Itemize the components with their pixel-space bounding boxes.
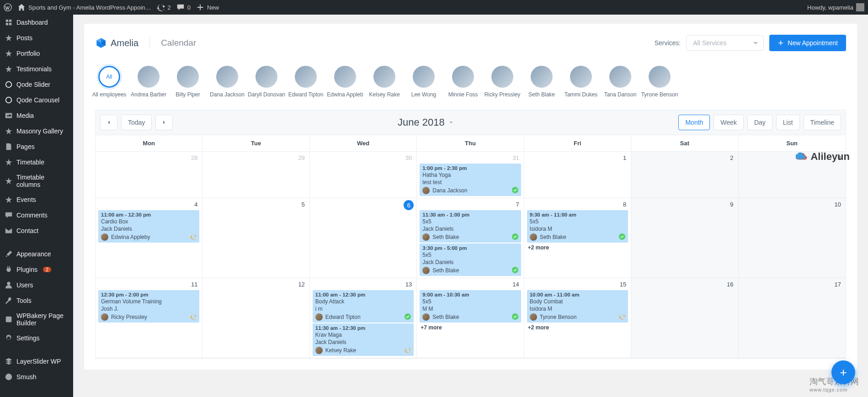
calendar-grid: MonTueWedThuFriSatSun 282930311:00 pm - … bbox=[95, 135, 846, 359]
pin-icon bbox=[5, 49, 13, 58]
appointment-event[interactable]: 11:30 am - 1:00 pm5x5Jack DanielsSeth Bl… bbox=[420, 210, 521, 243]
calendar-cell[interactable]: 2 bbox=[631, 152, 738, 198]
more-events-link[interactable]: +2 more bbox=[527, 324, 628, 331]
calendar-cell[interactable]: 89:30 am - 11:00 am5x5Isidora MSeth Blak… bbox=[524, 198, 631, 278]
calendar-cell[interactable]: 3 bbox=[739, 152, 846, 198]
view-list-button[interactable]: List bbox=[776, 115, 800, 130]
day-header: Wed bbox=[310, 135, 417, 152]
view-month-button[interactable]: Month bbox=[678, 115, 710, 130]
calendar-cell[interactable]: 12 bbox=[202, 278, 309, 358]
new-content[interactable]: New bbox=[196, 3, 219, 11]
prev-button[interactable] bbox=[100, 115, 117, 130]
sidebar-item-testimonials[interactable]: Testimonials bbox=[0, 61, 73, 77]
user-greeting[interactable]: Howdy, wpamelia bbox=[807, 3, 864, 11]
appointment-event[interactable]: 11:30 am - 12:30 pmKrav MagaJack Daniels… bbox=[313, 323, 414, 356]
services-select[interactable]: All Services bbox=[686, 35, 764, 51]
event-customer: Jack Daniels bbox=[422, 259, 518, 265]
calendar-cell[interactable]: 1112:30 pm - 2:00 pmGerman Volume Traini… bbox=[96, 278, 202, 358]
calendar-cell[interactable]: 16 bbox=[631, 278, 738, 358]
appointment-event[interactable]: 9:30 am - 11:00 am5x5Isidora MSeth Blake bbox=[527, 210, 628, 243]
sidebar-item-smush[interactable]: Smush bbox=[0, 369, 73, 385]
sidebar-item-plugins[interactable]: Plugins2 bbox=[0, 262, 73, 277]
more-events-link[interactable]: +2 more bbox=[527, 244, 628, 251]
employee-kelsey-rake[interactable]: Kelsey Rake bbox=[370, 66, 399, 98]
calendar-cell[interactable]: 1 bbox=[524, 152, 631, 198]
view-day-button[interactable]: Day bbox=[747, 115, 772, 130]
avatar bbox=[649, 66, 671, 88]
employee-edward-tipton[interactable]: Edward Tipton bbox=[292, 66, 320, 98]
next-button[interactable] bbox=[155, 115, 173, 130]
sidebar-item-events[interactable]: Events bbox=[0, 192, 73, 207]
sidebar-item-portfolio[interactable]: Portfolio bbox=[0, 46, 73, 61]
employee-andrea-barber[interactable]: Andrea Barber bbox=[134, 66, 163, 98]
new-appointment-button[interactable]: New Appointment bbox=[769, 35, 846, 51]
employee-dana-jackson[interactable]: Dana Jackson bbox=[213, 66, 241, 98]
sidebar-item-posts[interactable]: Posts bbox=[0, 30, 73, 46]
employee-all[interactable]: AllAll employees bbox=[95, 66, 123, 98]
wp-logo[interactable] bbox=[4, 3, 12, 11]
employee-lee-wong[interactable]: Lee Wong bbox=[410, 66, 438, 98]
employee-minnie-foss[interactable]: Minnie Foss bbox=[449, 66, 477, 98]
updates[interactable]: 2 bbox=[157, 3, 171, 11]
sidebar-item-tools[interactable]: Tools bbox=[0, 293, 73, 308]
calendar-cell[interactable]: 711:30 am - 1:00 pm5x5Jack DanielsSeth B… bbox=[417, 198, 524, 278]
employee-edwina-appleb[interactable]: Edwina Appleb bbox=[331, 66, 359, 98]
appointment-event[interactable]: 9:00 am - 10:30 am5x5M MSeth Blake bbox=[420, 290, 521, 323]
calendar-cell[interactable]: 1311:00 am - 12:30 pmBody Attacki mEdwar… bbox=[310, 278, 417, 358]
view-timeline-button[interactable]: Timeline bbox=[804, 115, 841, 130]
sidebar-item-dashboard[interactable]: Dashboard bbox=[0, 15, 73, 30]
calendar-cell[interactable]: 29 bbox=[202, 152, 309, 198]
calendar-cell[interactable]: 311:00 pm - 2:30 pmHatha Yogatest testDa… bbox=[417, 152, 524, 198]
appointment-event[interactable]: 11:00 am - 12:30 pmBody Attacki mEdward … bbox=[313, 290, 414, 323]
sidebar-item-appearance[interactable]: Appearance bbox=[0, 246, 73, 262]
employee-tana-danson[interactable]: Tana Danson bbox=[606, 66, 634, 98]
more-events-link[interactable]: +7 more bbox=[420, 324, 521, 331]
sidebar-item-qode-slider[interactable]: Qode Slider bbox=[0, 77, 73, 92]
sidebar-item-comments[interactable]: Comments bbox=[0, 207, 73, 223]
sidebar-item-timetable[interactable]: Timetable bbox=[0, 154, 73, 170]
appointment-event[interactable]: 3:30 pm - 5:00 pm5x5Jack DanielsSeth Bla… bbox=[420, 243, 521, 276]
appointment-event[interactable]: 1:00 pm - 2:30 pmHatha Yogatest testDana… bbox=[420, 164, 521, 196]
view-week-button[interactable]: Week bbox=[714, 115, 744, 130]
sidebar-item-media[interactable]: Media bbox=[0, 108, 73, 123]
employee-seth-blake[interactable]: Seth Blake bbox=[527, 66, 556, 98]
calendar-title[interactable]: June 2018 bbox=[398, 116, 454, 128]
sidebar-item-contact[interactable]: Contact bbox=[0, 223, 73, 238]
sidebar-item-users[interactable]: Users bbox=[0, 277, 73, 293]
appointment-event[interactable]: 10:00 am - 11:00 amBody CombatIsidora MT… bbox=[527, 290, 628, 323]
appointment-event[interactable]: 11:00 am - 12:30 pmCardio BoxJack Daniel… bbox=[98, 210, 199, 243]
sidebar-item-layerslider-wp[interactable]: LayerSlider WP bbox=[0, 354, 73, 369]
event-service: Body Attack bbox=[315, 298, 411, 305]
calendar-cell[interactable]: 9 bbox=[631, 198, 738, 278]
calendar-cell[interactable]: 6 bbox=[310, 198, 417, 278]
calendar-cell[interactable]: 17 bbox=[739, 278, 846, 358]
site-title[interactable]: Sports and Gym - Amelia WordPress Appoin… bbox=[17, 3, 151, 11]
svg-point-6 bbox=[5, 374, 12, 380]
calendar-cell[interactable]: 1510:00 am - 11:00 amBody CombatIsidora … bbox=[524, 278, 631, 358]
calendar-cell[interactable]: 5 bbox=[202, 198, 309, 278]
calendar-cell[interactable]: 411:00 am - 12:30 pmCardio BoxJack Danie… bbox=[96, 198, 202, 278]
comments[interactable]: 0 bbox=[176, 3, 191, 11]
employee-billy-piper[interactable]: Billy Piper bbox=[174, 66, 202, 98]
sidebar-item-wpbakery-page-builder[interactable]: WPBakery Page Builder bbox=[0, 308, 73, 330]
employee-ricky-pressley[interactable]: Ricky Pressley bbox=[488, 66, 517, 98]
calendar-cell[interactable]: 149:00 am - 10:30 am5x5M MSeth Blake+7 m… bbox=[417, 278, 524, 358]
event-time: 10:00 am - 11:00 am bbox=[530, 292, 625, 297]
event-employee: Dana Jackson bbox=[422, 187, 518, 194]
today-button[interactable]: Today bbox=[121, 115, 152, 130]
sidebar-item-masonry-gallery[interactable]: Masonry Gallery bbox=[0, 123, 73, 139]
sidebar-item-timetable-columns[interactable]: Timetable columns bbox=[0, 170, 73, 192]
event-customer: Josh J. bbox=[101, 306, 197, 312]
employee-daryll-donovan[interactable]: Daryll Donovan bbox=[252, 66, 281, 98]
calendar-cell[interactable]: 10 bbox=[739, 198, 846, 278]
appointment-event[interactable]: 12:30 pm - 2:00 pmGerman Volume Training… bbox=[98, 290, 199, 323]
employee-tammi-dukes[interactable]: Tammi Dukes bbox=[567, 66, 595, 98]
sidebar-item-qode-carousel[interactable]: Qode Carousel bbox=[0, 92, 73, 108]
employee-tyrone-benson[interactable]: Tyrone Benson bbox=[645, 66, 674, 98]
sidebar-item-pages[interactable]: Pages bbox=[0, 139, 73, 154]
fab-button[interactable]: + bbox=[831, 360, 855, 384]
calendar-cell[interactable]: 30 bbox=[310, 152, 417, 198]
calendar-cell[interactable]: 28 bbox=[96, 152, 202, 198]
sidebar-item-settings[interactable]: Settings bbox=[0, 330, 73, 346]
date-number: 17 bbox=[835, 281, 841, 288]
